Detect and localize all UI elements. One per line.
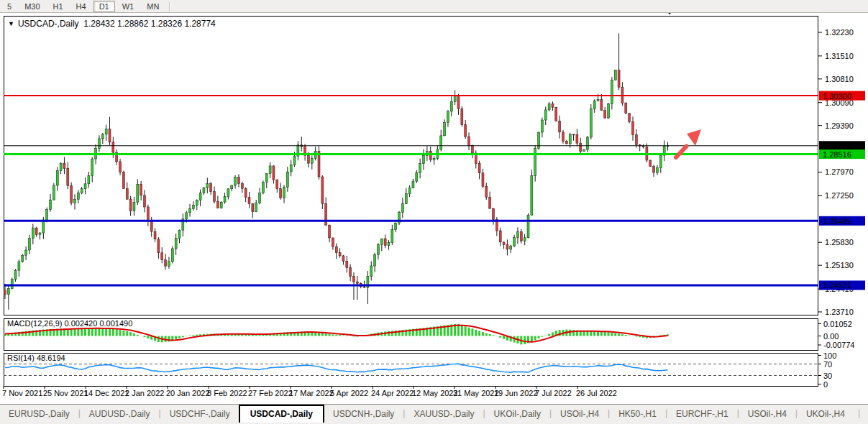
svg-text:1.26485: 1.26485	[823, 217, 851, 226]
date-tick-label: 7 Jul 2022	[535, 389, 572, 397]
macd-axis-label: 0.01052	[823, 320, 852, 328]
macd-indicator-label: MACD(12,26,9) 0.002420 0.001490	[7, 319, 132, 328]
tab-ukoil-h4[interactable]: UKOil-,H4	[798, 406, 854, 421]
mt4-terminal: { "toolbar": { "timeframes": ["5", "M30"…	[0, 0, 868, 424]
price-tick-label: 1.27250	[825, 191, 854, 200]
timeframe-buttons: 5M30H1H4D1W1MN	[1, 1, 165, 12]
tab-audusd-daily[interactable]: AUDUSD-,Daily	[81, 406, 159, 421]
rsi-indicator-label: RSI(14) 48.6194	[7, 354, 65, 362]
candles-layer	[4, 33, 670, 309]
date-tick-label: 27 Feb 2022	[248, 389, 293, 397]
main-panel-frame	[4, 17, 818, 315]
date-tick-label: 25 Nov 2021	[43, 389, 88, 397]
date-axis: 7 Nov 202125 Nov 202114 Dec 20212 Jan 20…	[2, 386, 617, 397]
rsi-axis-label: 70	[823, 360, 832, 369]
svg-text:1.30300: 1.30300	[823, 92, 851, 101]
date-tick-label: 20 Jan 2022	[166, 389, 210, 397]
tab-ukoil-daily[interactable]: UKOil-,Daily	[485, 406, 549, 421]
date-tick-label: 12 May 2022	[412, 389, 458, 397]
rsi-axis-label: 100	[823, 351, 836, 360]
svg-text:1.28516: 1.28516	[823, 150, 851, 159]
tab-usdcnh-daily[interactable]: USDCNH-,Daily	[324, 406, 403, 421]
date-tick-label: 19 Jun 2022	[494, 389, 538, 397]
chart-title: ▼USDCAD-,Daily 1.28432 1.28862 1.28326 1…	[8, 19, 216, 29]
chart-symbol-label: USDCAD-,Daily	[18, 19, 79, 29]
tabbar-separator: |	[858, 408, 860, 418]
tab-scroll-controls: | ◄ ►	[854, 405, 868, 418]
timeframe-button-h4[interactable]: H4	[70, 1, 92, 12]
symbol-dropdown-icon[interactable]: ▼	[8, 20, 14, 27]
date-tick-label: 24 Apr 2022	[371, 389, 414, 397]
rsi-line	[5, 364, 668, 372]
macd-axis-label: 0.00	[823, 332, 839, 341]
toolbar-separator	[169, 1, 170, 11]
price-tick-label: 1.31510	[825, 52, 854, 60]
tab-eurchf-h1[interactable]: EURCHF-,H1	[667, 406, 737, 421]
timeframe-button-m30[interactable]: M30	[19, 1, 45, 12]
symbol-tabbar: EURUSD-,Daily|AUDUSD-,Daily|USDCHF-,Dail…	[0, 404, 868, 424]
price-badge-1.28774: 1.28774	[819, 141, 865, 150]
price-badge-1.30300: 1.30300	[819, 91, 865, 101]
rsi-axis-label: 0	[823, 380, 828, 389]
svg-text:1.28774: 1.28774	[823, 142, 851, 150]
price-tick-label: 1.29390	[825, 121, 854, 130]
timeframe-button-h1[interactable]: H1	[47, 1, 69, 12]
tab-xauusd-daily[interactable]: XAUUSD-,Daily	[405, 406, 483, 421]
price-tick-label: 1.25830	[825, 238, 854, 246]
timeframe-button-d1[interactable]: D1	[93, 1, 115, 12]
date-tick-label: 17 Mar 2022	[289, 389, 334, 397]
timeframe-button-mn[interactable]: MN	[141, 1, 165, 12]
timeframe-toolbar: 5M30H1H4D1W1MN	[0, 0, 868, 13]
price-tick-label: 1.32230	[825, 28, 854, 37]
symbol-tabs: EURUSD-,Daily|AUDUSD-,Daily|USDCHF-,Dail…	[0, 405, 854, 423]
tab-eurusd-daily[interactable]: EURUSD-,Daily	[0, 406, 78, 421]
rsi-axis-label: 30	[823, 372, 832, 380]
price-tick-label: 1.25130	[825, 261, 854, 269]
date-tick-label: 14 Dec 2021	[84, 389, 129, 397]
price-tick-label: 1.27970	[825, 167, 854, 176]
price-badge-1.24521: 1.24521	[819, 280, 865, 290]
date-tick-label: 31 May 2022	[453, 389, 499, 397]
rsi-panel-frame	[4, 354, 818, 387]
date-tick-label: 7 Nov 2021	[2, 389, 42, 397]
timeframe-button-w1[interactable]: W1	[117, 1, 140, 12]
price-badge-1.28516: 1.28516	[819, 149, 865, 159]
macd-axis-label: -0.00774	[823, 341, 854, 349]
macd-signal-line	[5, 326, 668, 342]
price-badge-1.26485: 1.26485	[819, 216, 865, 226]
svg-text:1.24521: 1.24521	[823, 281, 851, 290]
tab-usdchf-daily[interactable]: USDCHF-,Daily	[161, 406, 239, 421]
date-tick-label: 5 Apr 2022	[330, 389, 368, 397]
timeframe-button-5[interactable]: 5	[1, 1, 17, 12]
price-axis: 1.322301.315101.308101.300901.293901.279…	[818, 28, 865, 389]
date-tick-label: 2 Jan 2022	[125, 389, 164, 397]
tab-usoil-h4[interactable]: USOil-,H4	[552, 406, 608, 421]
date-tick-label: 26 Jul 2022	[576, 389, 617, 397]
tab-usoil-h4[interactable]: USOil-,H4	[739, 406, 795, 421]
price-chart-canvas[interactable]: 1.322301.315101.308101.300901.293901.279…	[0, 0, 868, 424]
chart-ohlc-values: 1.28432 1.28862 1.28326 1.28774	[83, 19, 216, 29]
price-tick-label: 1.23710	[825, 308, 854, 316]
price-tick-label: 1.30810	[825, 75, 854, 83]
tab-usdcad-daily[interactable]: USDCAD-,Daily	[239, 405, 324, 423]
tab-hk50-h1[interactable]: HK50-,H1	[610, 406, 665, 421]
date-tick-label: 8 Feb 2022	[207, 389, 247, 397]
